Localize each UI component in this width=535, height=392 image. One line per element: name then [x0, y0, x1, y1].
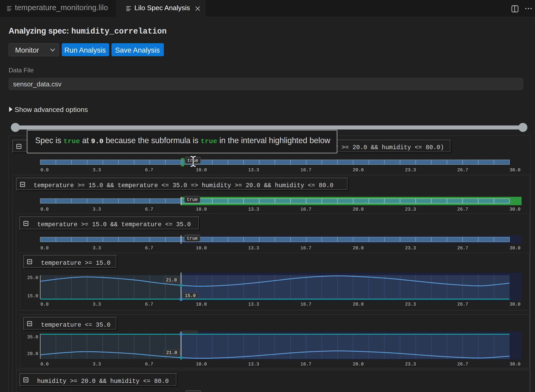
svg-text:20.0: 20.0	[353, 302, 364, 307]
svg-text:0.0: 0.0	[40, 302, 49, 307]
svg-text:26.7: 26.7	[457, 362, 468, 367]
svg-text:13.3: 13.3	[248, 302, 259, 307]
svg-text:10.0: 10.0	[196, 207, 207, 212]
svg-text:15.0: 15.0	[185, 293, 196, 298]
svg-text:10.0: 10.0	[196, 362, 207, 367]
svg-text:0.0: 0.0	[40, 245, 49, 251]
svg-text:10.0: 10.0	[196, 302, 207, 307]
svg-text:20.0: 20.0	[353, 362, 364, 367]
svg-text:25.0: 25.0	[27, 275, 38, 280]
svg-text:26.7: 26.7	[457, 167, 468, 173]
svg-text:16.7: 16.7	[300, 302, 311, 307]
svg-text:13.3: 13.3	[248, 362, 259, 367]
svg-text:15.0: 15.0	[27, 293, 38, 299]
svg-text:20.8: 20.8	[27, 351, 38, 356]
svg-text:23.3: 23.3	[405, 245, 416, 251]
svg-text:23.3: 23.3	[405, 302, 416, 307]
svg-text:3.3: 3.3	[93, 245, 101, 251]
svg-text:6.7: 6.7	[145, 167, 153, 173]
svg-text:30.0: 30.0	[509, 362, 520, 367]
svg-text:23.3: 23.3	[405, 207, 416, 212]
svg-text:20.0: 20.0	[353, 207, 364, 212]
svg-text:13.3: 13.3	[248, 207, 259, 212]
svg-text:3.3: 3.3	[93, 167, 101, 173]
svg-text:21.0: 21.0	[166, 350, 177, 355]
svg-text:10.0: 10.0	[196, 167, 207, 173]
svg-text:26.7: 26.7	[457, 245, 468, 251]
svg-text:6.7: 6.7	[145, 207, 153, 212]
svg-text:16.7: 16.7	[300, 167, 311, 173]
svg-text:35.0: 35.0	[27, 334, 38, 340]
svg-text:6.7: 6.7	[145, 245, 153, 251]
svg-text:0.0: 0.0	[40, 362, 49, 367]
svg-text:3.3: 3.3	[93, 362, 101, 367]
svg-text:23.3: 23.3	[405, 167, 416, 173]
svg-text:true: true	[187, 197, 198, 202]
svg-text:16.7: 16.7	[300, 207, 311, 212]
svg-text:30.0: 30.0	[509, 302, 520, 307]
svg-text:21.0: 21.0	[166, 277, 177, 283]
svg-text:30.0: 30.0	[509, 207, 520, 212]
svg-text:6.7: 6.7	[145, 302, 153, 307]
svg-text:true: true	[187, 236, 198, 241]
svg-text:13.3: 13.3	[248, 167, 259, 173]
svg-text:26.7: 26.7	[457, 302, 468, 307]
svg-text:30.0: 30.0	[509, 245, 520, 251]
svg-text:3.3: 3.3	[93, 302, 101, 307]
svg-text:23.3: 23.3	[405, 362, 416, 367]
svg-text:26.7: 26.7	[457, 207, 468, 212]
svg-text:3.3: 3.3	[93, 207, 101, 212]
svg-text:16.7: 16.7	[300, 362, 311, 367]
svg-text:10.0: 10.0	[196, 245, 207, 251]
svg-text:0.0: 0.0	[40, 167, 49, 173]
svg-text:13.3: 13.3	[248, 245, 259, 251]
svg-text:30.0: 30.0	[509, 167, 520, 173]
svg-text:6.7: 6.7	[145, 362, 153, 367]
svg-text:16.7: 16.7	[300, 245, 311, 251]
svg-text:0.0: 0.0	[40, 207, 49, 212]
svg-text:20.0: 20.0	[353, 167, 364, 173]
svg-text:20.0: 20.0	[353, 245, 364, 251]
